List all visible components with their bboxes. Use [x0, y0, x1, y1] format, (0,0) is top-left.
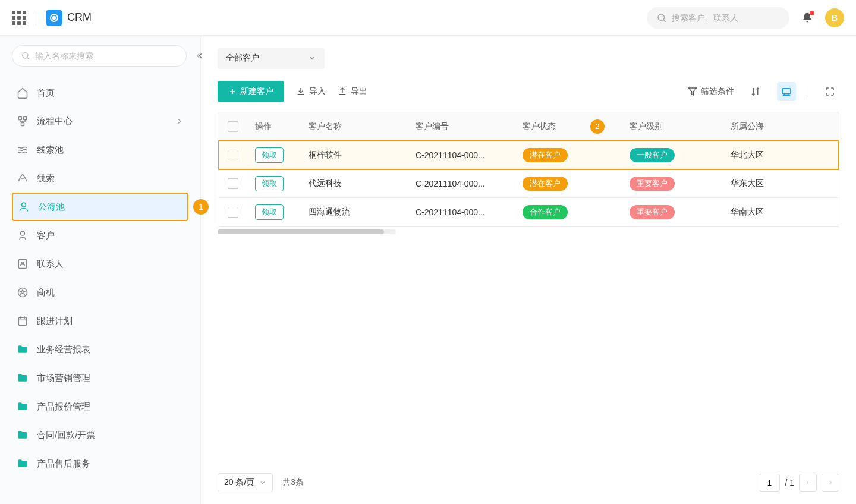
- global-search[interactable]: [647, 7, 789, 29]
- sidebar-item-11[interactable]: 产品报价管理: [12, 392, 188, 421]
- level-tag: 一般客户: [630, 148, 675, 162]
- flow-icon: [17, 115, 29, 127]
- export-button[interactable]: 导出: [338, 86, 367, 97]
- sidebar-item-2[interactable]: 线索池: [12, 136, 188, 164]
- sidebar-search-input[interactable]: [35, 51, 178, 61]
- nav-label: 流程中心: [37, 116, 167, 127]
- claim-button[interactable]: 领取: [255, 204, 284, 220]
- plan-icon: [17, 315, 29, 327]
- horizontal-scrollbar[interactable]: [218, 229, 396, 234]
- nav-label: 联系人: [37, 259, 184, 270]
- svg-line-5: [27, 58, 29, 59]
- claim-button[interactable]: 领取: [255, 176, 284, 191]
- region: 华东大区: [723, 178, 839, 189]
- customer-icon: [17, 229, 29, 241]
- nav-label: 业务经营报表: [37, 344, 184, 355]
- filter-label: 全部客户: [226, 53, 259, 64]
- col-code: 客户编号: [408, 121, 515, 132]
- sidebar-item-4[interactable]: 公海池 1: [12, 193, 188, 221]
- table-row[interactable]: 领取 桐梓软件 C-20211104-000... 潜在客户 一般客户 华北大区: [218, 141, 839, 169]
- nav-label: 客户: [37, 230, 184, 241]
- claim-button[interactable]: 领取: [255, 147, 284, 163]
- svg-rect-8: [21, 123, 24, 126]
- sort-button[interactable]: [746, 82, 765, 101]
- app-logo[interactable]: CRM: [46, 10, 92, 26]
- content-area: 全部客户 新建客户 导入 导出 筛选条件: [201, 36, 856, 504]
- nav-label: 首页: [37, 87, 184, 99]
- sidebar-item-5[interactable]: 客户: [12, 221, 188, 250]
- sidebar-search[interactable]: [12, 45, 187, 67]
- fullscreen-button[interactable]: [820, 82, 839, 101]
- table-footer: 20 条/页 共3条 / 1: [218, 466, 839, 492]
- col-status: 客户状态 2: [515, 121, 622, 132]
- folder-icon: [17, 344, 29, 355]
- col-name: 客户名称: [301, 121, 408, 132]
- customer-code: C-20211104-000...: [408, 207, 515, 217]
- page-size-select[interactable]: 20 条/页: [218, 473, 273, 492]
- status-tag: 潜在客户: [523, 148, 568, 162]
- toolbar: 新建客户 导入 导出 筛选条件: [218, 81, 839, 102]
- import-button[interactable]: 导入: [296, 86, 326, 97]
- svg-point-4: [23, 53, 28, 58]
- global-search-input[interactable]: [672, 13, 780, 23]
- nav-label: 跟进计划: [37, 316, 184, 327]
- filter-conditions-button[interactable]: 筛选条件: [688, 86, 734, 97]
- customer-code: C-20211104-000...: [408, 179, 515, 188]
- nav-label: 市场营销管理: [37, 373, 184, 384]
- view-card-button[interactable]: [777, 82, 796, 101]
- row-checkbox[interactable]: [228, 178, 238, 189]
- folder-icon: [17, 372, 29, 384]
- sidebar-item-6[interactable]: 联系人: [12, 250, 188, 278]
- next-page-button[interactable]: [822, 474, 839, 492]
- sidebar-item-8[interactable]: 跟进计划: [12, 307, 188, 335]
- col-action: 操作: [248, 121, 301, 132]
- filter-icon: [688, 87, 697, 96]
- message-icon: [781, 86, 792, 97]
- table-row[interactable]: 领取 代远科技 C-20211104-000... 潜在客户 重要客户 华东大区: [218, 169, 839, 198]
- sidebar-item-10[interactable]: 市场营销管理: [12, 364, 188, 392]
- chevron-down-icon: [308, 54, 316, 62]
- sidebar-item-7[interactable]: 商机: [12, 278, 188, 307]
- notification-dot: [810, 11, 814, 15]
- chevron-right-icon: [827, 479, 834, 486]
- user-avatar[interactable]: B: [825, 8, 844, 27]
- customer-filter-select[interactable]: 全部客户: [218, 48, 325, 69]
- customer-name: 桐梓软件: [301, 150, 408, 160]
- nav-label: 线索池: [37, 144, 184, 156]
- folder-icon: [17, 429, 29, 441]
- apps-grid-icon[interactable]: [12, 11, 26, 25]
- sidebar-item-13[interactable]: 产品售后服务: [12, 449, 188, 478]
- nav-label: 合同/回款/开票: [37, 430, 184, 441]
- page-input[interactable]: [759, 474, 780, 492]
- svg-point-12: [21, 262, 23, 264]
- sidebar-item-0[interactable]: 首页: [12, 78, 188, 107]
- lead-icon: [17, 172, 29, 184]
- svg-rect-14: [18, 317, 26, 325]
- chevron-left-icon: [804, 479, 811, 486]
- svg-line-3: [663, 20, 666, 22]
- status-tag: 合作客户: [523, 205, 568, 219]
- prev-page-button[interactable]: [799, 474, 817, 492]
- notifications-button[interactable]: [801, 12, 813, 24]
- contact-icon: [17, 258, 29, 270]
- select-all-checkbox[interactable]: [228, 121, 238, 132]
- row-checkbox[interactable]: [228, 150, 238, 160]
- sidebar-item-12[interactable]: 合同/回款/开票: [12, 421, 188, 449]
- svg-rect-21: [782, 89, 791, 94]
- new-customer-button[interactable]: 新建客户: [218, 81, 284, 102]
- search-icon: [656, 12, 667, 23]
- sidebar-item-9[interactable]: 业务经营报表: [12, 335, 188, 364]
- search-icon: [21, 51, 30, 61]
- svg-point-2: [658, 14, 665, 21]
- nav-label: 线索: [37, 173, 184, 184]
- region: 华北大区: [723, 150, 839, 160]
- row-checkbox[interactable]: [228, 207, 238, 218]
- sidebar-item-1[interactable]: 流程中心: [12, 107, 188, 136]
- folder-icon: [17, 401, 29, 412]
- app-name: CRM: [67, 11, 92, 24]
- nav-label: 产品报价管理: [37, 401, 184, 412]
- table-row[interactable]: 领取 四海通物流 C-20211104-000... 合作客户 重要客户 华南大…: [218, 198, 839, 226]
- customer-code: C-20211104-000...: [408, 150, 515, 160]
- sidebar-item-3[interactable]: 线索: [12, 164, 188, 193]
- table-header: 操作 客户名称 客户编号 客户状态 2 客户级别 所属公海: [218, 112, 839, 141]
